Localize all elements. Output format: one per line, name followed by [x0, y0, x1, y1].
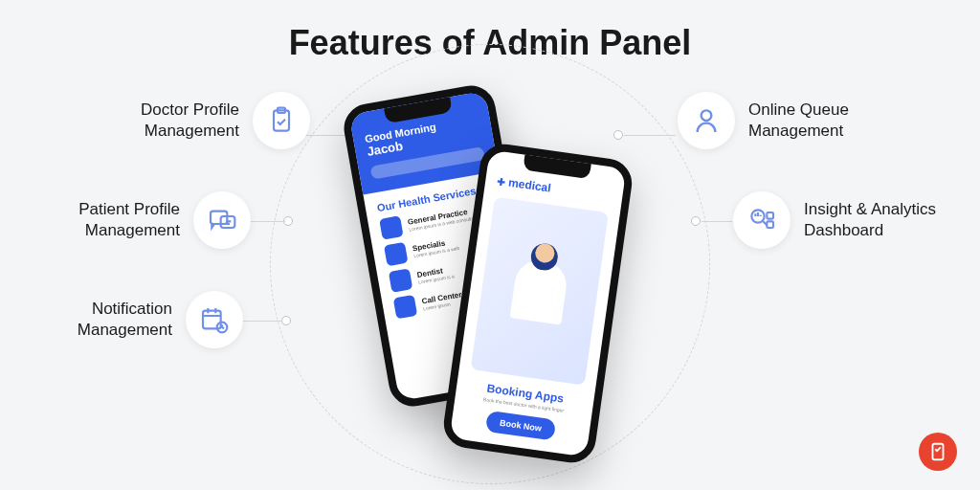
- phones-mockup: Good Morning Jacob Our Health Services G…: [337, 93, 643, 457]
- feature-label: Doctor Profile Management: [105, 100, 239, 142]
- node-dot: [691, 216, 701, 226]
- feature-insight-analytics: Insight & Analytics Dashboard: [733, 191, 957, 249]
- book-now-button: Book Now: [485, 411, 556, 441]
- svg-point-6: [702, 110, 712, 121]
- clipboard-check-icon: [253, 92, 310, 149]
- node-dot: [281, 316, 291, 325]
- analytics-search-icon: [733, 191, 791, 249]
- feature-doctor-profile: Doctor Profile Management: [105, 92, 310, 149]
- user-icon: [678, 92, 735, 149]
- svg-rect-2: [211, 212, 227, 224]
- feature-online-queue: Online Queue Management: [678, 92, 902, 149]
- specialist-icon: [384, 241, 408, 265]
- doctor-illustration: [471, 196, 609, 385]
- feature-label: Online Queue Management: [748, 100, 902, 142]
- feature-notification: Notification Management: [38, 291, 243, 348]
- svg-rect-8: [767, 212, 773, 219]
- svg-rect-9: [767, 221, 773, 228]
- feature-label: Patient Profile Management: [46, 199, 180, 241]
- connector-line: [702, 221, 732, 222]
- phone-icon: [393, 295, 417, 319]
- stethoscope-icon: [379, 215, 403, 239]
- brand-badge-icon: [919, 433, 957, 471]
- calendar-clock-icon: [186, 291, 243, 348]
- chat-like-icon: [193, 191, 251, 249]
- connector-line: [247, 221, 285, 222]
- svg-rect-10: [933, 444, 944, 460]
- tooth-icon: [389, 268, 412, 292]
- feature-patient-profile: Patient Profile Management: [46, 191, 251, 249]
- feature-label: Insight & Analytics Dashboard: [804, 199, 957, 241]
- feature-label: Notification Management: [38, 299, 172, 341]
